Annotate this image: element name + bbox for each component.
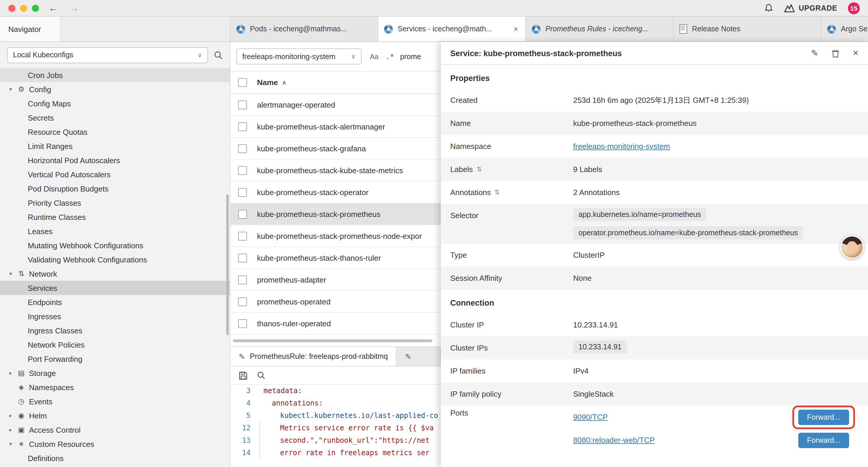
chevron-down-icon[interactable]: ▾: [6, 441, 16, 447]
dock-tab-prometheusrule[interactable]: ✎ PrometheusRule: freeleaps-prod-rabbitm…: [230, 347, 397, 366]
line-number: 5: [230, 410, 258, 422]
sidebar-item-cron-jobs[interactable]: Cron Jobs: [0, 68, 230, 82]
sidebar-item-horizontal-pod-autoscalers[interactable]: Horizontal Pod Autoscalers: [0, 153, 230, 167]
row-checkbox[interactable]: [238, 297, 247, 306]
horizontal-scrollbar[interactable]: [233, 339, 432, 342]
row-checkbox[interactable]: [238, 231, 247, 240]
tab-release-notes[interactable]: Release Notes: [674, 17, 821, 41]
sidebar-item-storage[interactable]: ▸▤Storage: [0, 366, 230, 380]
forward-port-button[interactable]: Forward...: [798, 432, 849, 448]
sidebar-item-endpoints[interactable]: Endpoints: [0, 295, 230, 309]
maximize-window-button[interactable]: [32, 4, 39, 11]
sidebar-item-definitions[interactable]: Definitions: [0, 451, 230, 465]
select-all-checkbox[interactable]: [238, 78, 247, 87]
chevron-right-icon[interactable]: ▸: [6, 427, 16, 433]
sidebar-item-network-policies[interactable]: Network Policies: [0, 338, 230, 352]
sidebar-item-network[interactable]: ▾⇅Network: [0, 267, 230, 281]
navigator-panel-tab[interactable]: Navigator: [0, 17, 61, 41]
sidebar-item-vertical-pod-autoscalers[interactable]: Vertical Pod Autoscalers: [0, 167, 230, 181]
row-checkbox[interactable]: [238, 209, 247, 218]
table-row-prometheus-adapter[interactable]: prometheus-adapter: [230, 269, 441, 291]
table-row-kube-prometheus-stack-prometheus-node-ex[interactable]: kube-prometheus-stack-prometheus-node-ex…: [230, 225, 441, 247]
row-checkbox[interactable]: [238, 275, 247, 284]
sidebar-item-ingress-classes[interactable]: Ingress Classes: [0, 323, 230, 338]
sidebar-item-config-maps[interactable]: Config Maps: [0, 96, 230, 111]
sidebar-item-access-control[interactable]: ▸▣Access Control: [0, 423, 230, 437]
table-row-kube-prometheus-stack-alertmanager[interactable]: kube-prometheus-stack-alertmanager: [230, 116, 441, 138]
sidebar-item-config[interactable]: ▾⚙Config: [0, 82, 230, 96]
close-drawer-icon[interactable]: ×: [852, 47, 859, 59]
sidebar-scrollbar[interactable]: [226, 195, 229, 335]
row-checkbox[interactable]: [238, 122, 247, 131]
search-query[interactable]: prome: [400, 52, 421, 61]
dock-tab-partial[interactable]: ✎: [397, 347, 441, 366]
sidebar-item-pod-disruption-budgets[interactable]: Pod Disruption Budgets: [0, 181, 230, 196]
close-window-button[interactable]: [8, 4, 16, 11]
row-checkbox[interactable]: [238, 253, 247, 262]
table-row-kube-prometheus-stack-grafana[interactable]: kube-prometheus-stack-grafana: [230, 138, 441, 159]
table-row-kube-prometheus-stack-operator[interactable]: kube-prometheus-stack-operator: [230, 181, 441, 203]
forward-port-button[interactable]: Forward...: [798, 409, 849, 425]
sidebar-item-custom-resources[interactable]: ▾∗Custom Resources: [0, 437, 230, 451]
delete-trash-icon[interactable]: [831, 49, 840, 58]
table-row-thanos-ruler-operated[interactable]: thanos-ruler-operated: [230, 313, 441, 334]
edit-icon[interactable]: ✎: [811, 48, 818, 59]
sidebar-item-runtime-classes[interactable]: Runtime Classes: [0, 210, 230, 224]
tab-argo-se[interactable]: Argo Se: [821, 17, 868, 41]
namespace-link[interactable]: freeleaps-monitoring-system: [573, 142, 670, 151]
sidebar-item-validating-webhook-configurations[interactable]: Validating Webhook Configurations: [0, 253, 230, 267]
forward-button-nav[interactable]: →: [67, 3, 82, 13]
save-icon[interactable]: [239, 371, 248, 380]
row-checkbox[interactable]: [238, 144, 247, 153]
row-checkbox[interactable]: [238, 319, 247, 328]
sidebar-item-secrets[interactable]: Secrets: [0, 111, 230, 125]
sidebar-item-ingresses[interactable]: Ingresses: [0, 309, 230, 323]
table-row-kube-prometheus-stack-thanos-ruler[interactable]: kube-prometheus-stack-thanos-ruler: [230, 247, 441, 269]
sidebar-search-icon[interactable]: [214, 51, 223, 59]
chevron-down-icon[interactable]: ▾: [6, 271, 16, 276]
sidebar-item-namespaces[interactable]: ◈Namespaces: [0, 380, 230, 394]
kubeconfig-select[interactable]: Local Kubeconfigs ∨: [7, 47, 208, 63]
tab-pods-icecheng-mathmas[interactable]: Pods - icecheng@mathmas...: [230, 17, 378, 41]
tab-services-icecheng-math[interactable]: Services - icecheng@math...×: [378, 17, 526, 41]
row-checkbox[interactable]: [238, 166, 247, 175]
row-checkbox[interactable]: [238, 100, 247, 109]
yaml-editor[interactable]: 3metadata:4annotations:5kubectl.kubernet…: [230, 385, 441, 467]
chevron-right-icon[interactable]: ▸: [6, 370, 16, 376]
expand-toggle-icon[interactable]: ⇅: [494, 188, 500, 196]
sidebar-item-helm[interactable]: ▸◉Helm: [0, 408, 230, 423]
list-search[interactable]: Aa .* prome: [369, 52, 421, 61]
sidebar-item-events[interactable]: ◷Events: [0, 394, 230, 408]
name-column-header[interactable]: Name: [257, 78, 278, 87]
sidebar-item-port-forwarding[interactable]: Port Forwarding: [0, 352, 230, 366]
sort-ascending-icon[interactable]: ∧: [282, 79, 286, 86]
chevron-right-icon[interactable]: ▸: [6, 413, 16, 418]
table-row-kube-prometheus-stack-kube-state-metrics[interactable]: kube-prometheus-stack-kube-state-metrics: [230, 159, 441, 181]
user-avatar[interactable]: [840, 235, 864, 259]
match-case-toggle[interactable]: Aa: [369, 52, 380, 61]
notification-count-badge[interactable]: 15: [848, 2, 860, 14]
close-tab-icon[interactable]: ×: [512, 24, 519, 34]
table-row-kube-prometheus-stack-prometheus[interactable]: kube-prometheus-stack-prometheus: [230, 203, 441, 225]
upgrade-button[interactable]: UPGRADE: [784, 4, 837, 12]
regex-toggle[interactable]: .*: [384, 52, 395, 61]
editor-search-icon[interactable]: [257, 371, 265, 380]
port-link[interactable]: 8080:reloader-web/TCP: [573, 436, 655, 444]
sidebar-item-limit-ranges[interactable]: Limit Ranges: [0, 139, 230, 153]
sidebar-item-mutating-webhook-configurations[interactable]: Mutating Webhook Configurations: [0, 238, 230, 253]
table-row-prometheus-operated[interactable]: prometheus-operated: [230, 291, 441, 313]
sidebar-item-leases[interactable]: Leases: [0, 224, 230, 238]
port-link[interactable]: 9090/TCP: [573, 413, 608, 421]
row-checkbox[interactable]: [238, 188, 247, 197]
sidebar-item-services[interactable]: Services: [0, 281, 230, 295]
minimize-window-button[interactable]: [20, 4, 27, 11]
notifications-bell-icon[interactable]: [764, 3, 773, 13]
sidebar-item-priority-classes[interactable]: Priority Classes: [0, 196, 230, 210]
namespace-select[interactable]: freeleaps-monitoring-system ∨: [236, 49, 362, 64]
chevron-down-icon[interactable]: ▾: [6, 86, 16, 92]
back-button[interactable]: ←: [46, 3, 60, 13]
expand-toggle-icon[interactable]: ⇅: [476, 166, 482, 173]
tab-prometheus-rules-icecheng[interactable]: Prometheus Rules - icecheng...: [526, 17, 674, 41]
table-row-alertmanager-operated[interactable]: alertmanager-operated: [230, 94, 441, 116]
sidebar-item-resource-quotas[interactable]: Resource Quotas: [0, 125, 230, 139]
